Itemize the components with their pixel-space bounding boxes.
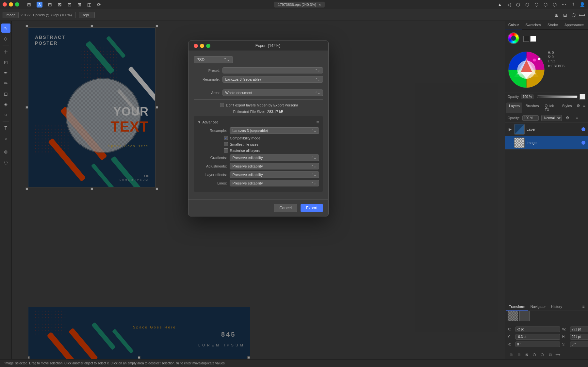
text-tool[interactable]: T bbox=[1, 123, 10, 133]
lines-select[interactable]: Preserve editability ⌃⌄ bbox=[230, 180, 319, 186]
pen-tool[interactable]: ✒ bbox=[1, 68, 10, 77]
affinity-logo-icon[interactable]: ▲ bbox=[497, 1, 503, 8]
tab-history[interactable]: History bbox=[548, 303, 565, 311]
toolbar-icon-1[interactable]: ⊟ bbox=[47, 1, 53, 8]
dialog-close-button[interactable] bbox=[194, 44, 198, 48]
snap-icon[interactable]: ⊞ bbox=[508, 351, 514, 358]
advanced-menu-icon[interactable]: ≡ bbox=[316, 120, 319, 125]
rasterise-checkbox[interactable] bbox=[224, 148, 228, 152]
export-button[interactable]: Export bbox=[301, 204, 323, 212]
tab-transform[interactable]: Transform bbox=[506, 303, 528, 311]
preset-select[interactable]: ⌃⌄ bbox=[222, 67, 323, 73]
gradients-select[interactable]: Preserve editability ⌃⌄ bbox=[230, 154, 319, 161]
resize-icon[interactable]: ⟺ bbox=[555, 351, 561, 358]
user-icon[interactable]: 👤 bbox=[579, 1, 585, 8]
area-select[interactable]: Whole document ⌃⌄ bbox=[222, 89, 323, 96]
dialog-maximize-button[interactable] bbox=[206, 44, 210, 48]
affinity-designer-icon[interactable]: A bbox=[36, 1, 43, 8]
advanced-header[interactable]: ▼ Advanced ≡ bbox=[194, 120, 323, 127]
hidden-layers-checkbox[interactable] bbox=[220, 103, 224, 107]
toolbar-right-icon-3[interactable]: ⬡ bbox=[570, 12, 577, 18]
toolbar-icon-5[interactable]: ◫ bbox=[86, 1, 92, 8]
layer-more-icon[interactable]: ≡ bbox=[574, 115, 580, 121]
y-input[interactable] bbox=[515, 334, 560, 340]
close-window-button[interactable] bbox=[3, 2, 7, 7]
file-tab[interactable]: 17973836.eps (240.3%) × bbox=[274, 2, 325, 8]
fill-tool[interactable]: ◈ bbox=[1, 100, 10, 109]
zoom-tool[interactable]: ⌕ bbox=[1, 134, 10, 143]
toolbar-icon-2[interactable]: ⊠ bbox=[57, 1, 63, 8]
more-tools-icon[interactable]: ⋯ bbox=[561, 1, 567, 8]
minimize-window-button[interactable] bbox=[9, 2, 13, 7]
r-input[interactable] bbox=[515, 342, 560, 347]
layer-visibility-icon[interactable] bbox=[581, 127, 585, 131]
align-icon-1[interactable]: ⊟ bbox=[515, 351, 522, 358]
canvas-area[interactable]: ABSTRACT POSTER YOUR TEXT Space Goes Her… bbox=[12, 21, 505, 359]
toolbar-icon-6[interactable]: ⟳ bbox=[96, 1, 102, 8]
app-grid-icon[interactable]: ⊞ bbox=[26, 1, 32, 8]
compat-checkbox[interactable] bbox=[224, 136, 228, 140]
layer-effects-select[interactable]: Preserve editability ⌃⌄ bbox=[230, 171, 319, 178]
layer-item-image[interactable]: Image bbox=[505, 136, 588, 150]
tab-stroke[interactable]: Stroke bbox=[544, 21, 561, 29]
dialog-minimize-button[interactable] bbox=[200, 44, 204, 48]
color-picker-tool[interactable]: ⊛ bbox=[1, 147, 10, 156]
tab-brushes[interactable]: Brushes bbox=[523, 103, 541, 113]
select-tool[interactable]: ↖ bbox=[1, 24, 10, 33]
tab-navigator[interactable]: Navigator bbox=[528, 303, 548, 311]
persona-icon-3[interactable]: ⬡ bbox=[533, 1, 540, 8]
adjustments-select[interactable]: Preserve editability ⌃⌄ bbox=[230, 163, 319, 169]
layers-settings-icon[interactable]: ⚙ bbox=[576, 103, 581, 109]
opacity-value[interactable]: 100 % bbox=[521, 94, 534, 99]
toolbar-right-icon-1[interactable]: ⊞ bbox=[553, 12, 560, 18]
shape-tool[interactable]: ○ bbox=[1, 110, 10, 119]
color-circle-icon[interactable] bbox=[508, 32, 519, 44]
tab-styles[interactable]: Styles bbox=[560, 103, 575, 113]
current-color-swatch[interactable] bbox=[580, 94, 585, 100]
color-wheel-svg[interactable] bbox=[508, 51, 545, 88]
cancel-button[interactable]: Cancel bbox=[274, 204, 297, 212]
x-input[interactable] bbox=[515, 327, 560, 332]
black-swatch[interactable] bbox=[523, 36, 529, 42]
layer-options-icon[interactable]: ⚙ bbox=[564, 115, 571, 121]
replace-button[interactable]: Repl... bbox=[79, 12, 95, 18]
blend-mode-select[interactable]: Normal bbox=[541, 115, 562, 121]
persona-icon-4[interactable]: ⬡ bbox=[542, 1, 549, 8]
layers-menu-icon[interactable]: ≡ bbox=[581, 103, 587, 109]
toolbar-right-icon-4[interactable]: ⟺ bbox=[579, 12, 585, 18]
maximize-window-button[interactable] bbox=[15, 2, 19, 7]
toolbar-icon-4[interactable]: ⊞ bbox=[76, 1, 83, 8]
align-icon-3[interactable]: ⬡ bbox=[531, 351, 538, 358]
persona-icon-5[interactable]: ⬡ bbox=[551, 1, 558, 8]
tab-colour[interactable]: Colour bbox=[505, 21, 522, 29]
tab-swatches[interactable]: Swatches bbox=[522, 21, 544, 29]
tab-appearance[interactable]: Appearance bbox=[561, 21, 587, 29]
tab-quickfx[interactable]: Quick FX bbox=[542, 103, 559, 113]
node-tool[interactable]: ◇ bbox=[1, 34, 10, 43]
persona-icon-1[interactable]: ⬡ bbox=[515, 1, 521, 8]
crop-tool[interactable]: ⊡ bbox=[1, 58, 10, 67]
align-icon-4[interactable]: ⬡ bbox=[539, 351, 546, 358]
back-icon[interactable]: ◁ bbox=[506, 1, 512, 8]
align-icon-2[interactable]: ⊠ bbox=[523, 351, 530, 358]
white-swatch[interactable] bbox=[530, 36, 536, 42]
h-input[interactable] bbox=[570, 334, 588, 340]
eyedropper-tool[interactable]: ◌ bbox=[1, 158, 10, 167]
s-input[interactable] bbox=[570, 342, 588, 347]
brush-tool[interactable]: ✏ bbox=[1, 79, 10, 88]
toolbar-right-icon-2[interactable]: ⊟ bbox=[562, 12, 568, 18]
opacity-slider[interactable] bbox=[537, 95, 578, 98]
adv-resample-select[interactable]: Lanczos 3 (separable) ⌃⌄ bbox=[230, 127, 319, 134]
erase-tool[interactable]: ◻ bbox=[1, 89, 10, 98]
persona-icon-2[interactable]: ⬡ bbox=[524, 1, 531, 8]
resample-select[interactable]: Lanczos 3 (separable) ⌃⌄ bbox=[222, 76, 323, 83]
expand-icon[interactable]: ⊡ bbox=[547, 351, 553, 358]
w-input[interactable] bbox=[570, 327, 588, 332]
opacity-input[interactable] bbox=[522, 115, 539, 121]
layer-expand-icon[interactable]: ▶ bbox=[508, 127, 512, 132]
smallest-checkbox[interactable] bbox=[224, 142, 228, 146]
file-tab-close-icon[interactable]: × bbox=[319, 3, 321, 7]
format-select[interactable]: PSD ⌃⌄ bbox=[194, 56, 233, 63]
image-visibility-icon[interactable] bbox=[581, 141, 585, 145]
layer-item-layer[interactable]: ▶ Layer bbox=[505, 123, 588, 136]
